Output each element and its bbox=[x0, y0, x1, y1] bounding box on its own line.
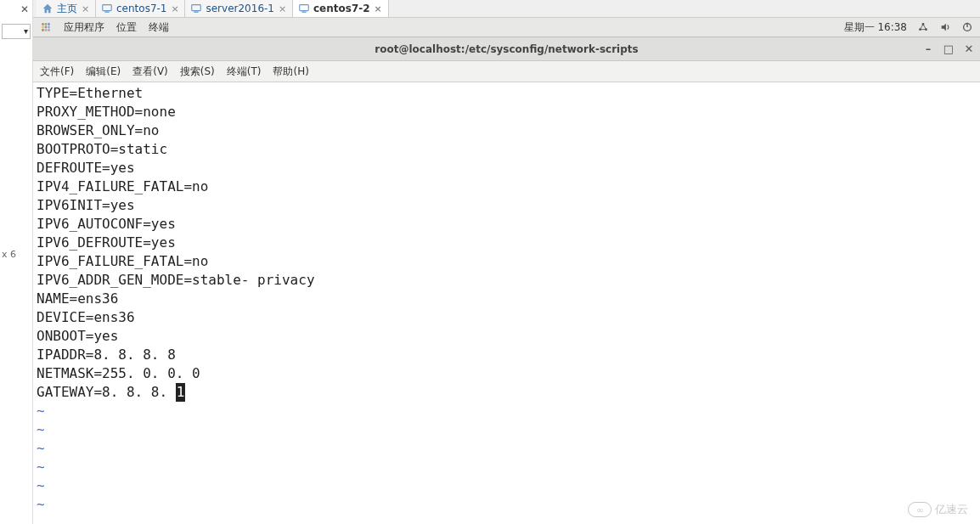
config-line: PROXY_METHOD=none bbox=[37, 103, 977, 121]
tab-label: centos7-2 bbox=[313, 3, 370, 14]
tab-label: server2016-1 bbox=[206, 3, 274, 14]
config-line: IPV6INIT=yes bbox=[37, 196, 977, 215]
vim-tilde: ~ bbox=[37, 495, 977, 514]
main-area: 主页 × centos7-1 × server2016-1 × centos7-… bbox=[33, 0, 980, 524]
minimize-button[interactable]: – bbox=[922, 43, 934, 55]
tab-home[interactable]: 主页 × bbox=[37, 0, 96, 17]
vim-tilde: ~ bbox=[37, 402, 977, 420]
svg-rect-4 bbox=[300, 5, 309, 11]
window-title: root@localhost:/etc/sysconfig/network-sc… bbox=[375, 43, 638, 55]
svg-point-6 bbox=[42, 23, 44, 25]
close-icon[interactable]: × bbox=[81, 4, 90, 14]
menu-help[interactable]: 帮助(H) bbox=[273, 65, 308, 79]
menu-terminal[interactable]: 终端(T) bbox=[227, 65, 262, 79]
left-dropdown[interactable]: ▾ bbox=[2, 24, 31, 39]
gnome-left: 应用程序 位置 终端 bbox=[40, 20, 169, 35]
config-line: IPADDR=8. 8. 8. 8 bbox=[37, 346, 977, 364]
config-line: IPV6_DEFROUTE=yes bbox=[37, 234, 977, 252]
svg-point-8 bbox=[48, 23, 50, 25]
close-icon[interactable]: ✕ bbox=[19, 3, 31, 15]
config-line: BOOTPROTO=static bbox=[37, 140, 977, 159]
menu-search[interactable]: 搜索(S) bbox=[180, 65, 215, 79]
vm-icon bbox=[190, 3, 202, 14]
gnome-places[interactable]: 位置 bbox=[116, 20, 137, 35]
maximize-button[interactable]: □ bbox=[943, 43, 955, 55]
svg-point-9 bbox=[42, 26, 44, 29]
window-controls: – □ ✕ bbox=[922, 37, 975, 61]
svg-point-14 bbox=[48, 29, 50, 31]
network-icon[interactable] bbox=[917, 21, 929, 33]
config-line: NETMASK=255. 0. 0. 0 bbox=[37, 364, 977, 383]
config-line: DEFROUTE=yes bbox=[37, 159, 977, 177]
config-line: IPV6_FAILURE_FATAL=no bbox=[37, 252, 977, 271]
config-line-cursor: GATEWAY=8. 8. 8. 1 bbox=[37, 383, 977, 402]
config-line: TYPE=Ethernet bbox=[37, 84, 977, 103]
vim-tilde: ~ bbox=[37, 439, 977, 458]
cursor: 1 bbox=[176, 383, 186, 402]
vm-icon bbox=[298, 3, 310, 14]
applications-icon[interactable] bbox=[40, 21, 52, 33]
gnome-datetime[interactable]: 星期一 16:38 bbox=[844, 20, 907, 35]
config-line: DEVICE=ens36 bbox=[37, 308, 977, 327]
tab-label: centos7-1 bbox=[116, 3, 166, 14]
terminal-menubar: 文件(F) 编辑(E) 查看(V) 搜索(S) 终端(T) 帮助(H) bbox=[33, 61, 980, 82]
gnome-applications[interactable]: 应用程序 bbox=[64, 20, 104, 35]
svg-point-13 bbox=[45, 29, 48, 31]
close-icon[interactable]: × bbox=[278, 4, 287, 14]
gnome-terminal[interactable]: 终端 bbox=[149, 20, 169, 35]
vim-tilde: ~ bbox=[37, 476, 977, 495]
tab-centos7-1[interactable]: centos7-1 × bbox=[96, 0, 185, 17]
left-sidebar: ✕ ▾ x 6 bbox=[0, 0, 33, 524]
config-line: ONBOOT=yes bbox=[37, 327, 977, 346]
menu-edit[interactable]: 编辑(E) bbox=[86, 65, 121, 79]
power-icon[interactable] bbox=[961, 21, 973, 33]
svg-point-7 bbox=[45, 23, 48, 25]
vim-tilde: ~ bbox=[37, 458, 977, 476]
menu-file[interactable]: 文件(F) bbox=[40, 65, 74, 79]
tab-server2016-1[interactable]: server2016-1 × bbox=[185, 0, 293, 17]
svg-rect-3 bbox=[194, 12, 199, 13]
close-icon[interactable]: × bbox=[170, 4, 179, 14]
tab-label: 主页 bbox=[57, 2, 77, 16]
vm-tabs: 主页 × centos7-1 × server2016-1 × centos7-… bbox=[33, 0, 980, 18]
svg-point-10 bbox=[45, 26, 48, 29]
config-line: NAME=ens36 bbox=[37, 290, 977, 308]
svg-point-11 bbox=[48, 26, 50, 29]
svg-rect-1 bbox=[104, 12, 109, 13]
gnome-right: 星期一 16:38 bbox=[844, 20, 973, 35]
gnome-top-bar: 应用程序 位置 终端 星期一 16:38 bbox=[33, 18, 980, 37]
tab-centos7-2[interactable]: centos7-2 × bbox=[293, 0, 389, 17]
svg-rect-0 bbox=[103, 5, 112, 11]
svg-point-12 bbox=[42, 29, 44, 31]
left-panel-label: x 6 bbox=[2, 249, 16, 260]
config-line: IPV6_ADDR_GEN_MODE=stable- privacy bbox=[37, 271, 977, 290]
close-button[interactable]: ✕ bbox=[963, 43, 975, 55]
config-line: IPV4_FAILURE_FATAL=no bbox=[37, 177, 977, 196]
volume-icon[interactable] bbox=[939, 21, 951, 33]
home-icon bbox=[42, 3, 54, 14]
svg-rect-2 bbox=[192, 5, 201, 11]
terminal-body[interactable]: TYPE=EthernetPROXY_METHOD=noneBROWSER_ON… bbox=[33, 82, 980, 524]
menu-view[interactable]: 查看(V) bbox=[132, 65, 168, 79]
close-icon[interactable]: × bbox=[374, 4, 383, 14]
svg-rect-5 bbox=[301, 12, 306, 13]
vim-tilde: ~ bbox=[37, 420, 977, 439]
config-line: BROWSER_ONLY=no bbox=[37, 121, 977, 140]
vm-icon bbox=[101, 3, 113, 14]
config-line: IPV6_AUTOCONF=yes bbox=[37, 215, 977, 234]
window-titlebar[interactable]: root@localhost:/etc/sysconfig/network-sc… bbox=[33, 37, 980, 61]
